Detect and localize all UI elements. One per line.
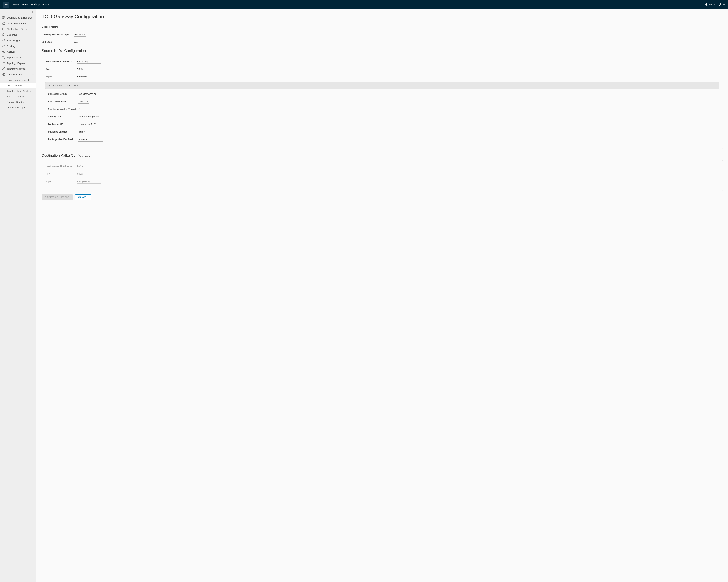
source-panel: Hostname or IP Address Port Topic Advanc… <box>42 56 723 149</box>
collector-name-label: Collector Name <box>42 26 74 28</box>
src-port-input[interactable] <box>77 67 101 71</box>
main-content: TCO-Gateway Configuration Collector Name… <box>36 9 728 582</box>
chevron-down-icon: ▾ <box>84 33 85 35</box>
chevron-down-icon: ▾ <box>84 131 85 133</box>
topo-icon <box>2 56 5 59</box>
gear-icon <box>2 73 5 76</box>
sidebar-item-label: Data Collector <box>7 84 34 87</box>
create-collector-button[interactable]: CREATE COLLECTOR <box>42 194 73 200</box>
sidebar-item-topology-service[interactable]: Topology Service <box>0 66 36 72</box>
sidebar-item-label: Notifications View <box>7 22 30 25</box>
stats-select[interactable]: true ▾ <box>78 130 86 134</box>
sidebar-item-notifications-summ-[interactable]: Notifications Summ… <box>0 26 36 32</box>
chevron-down-icon <box>48 84 50 87</box>
home-icon <box>2 22 5 25</box>
user-menu[interactable] <box>719 3 725 6</box>
svg-point-0 <box>720 3 721 4</box>
cg-label: Consumer Group <box>48 93 78 95</box>
zk-input[interactable] <box>78 122 103 127</box>
sidebar-item-label: Geo Map <box>7 33 30 36</box>
chevron-down-icon: ▾ <box>83 41 84 43</box>
header-left: vm VMware Telco Cloud Operations <box>3 1 50 7</box>
svg-rect-3 <box>3 18 4 19</box>
sidebar-collapse-button[interactable] <box>31 10 34 13</box>
dst-port-input[interactable] <box>77 172 101 176</box>
sidebar-subitem-profile-management[interactable]: Profile Management <box>0 77 36 83</box>
list-icon <box>2 61 5 64</box>
sidebar-item-topology-explorer[interactable]: Topology Explorer <box>0 60 36 66</box>
advanced-config-body: Consumer Group Auto Offset Reset latest … <box>46 92 719 141</box>
chevron-down-icon: ▾ <box>87 101 88 103</box>
pkg-label: Package Identifier field <box>48 138 78 141</box>
form-actions: CREATE COLLECTOR CANCEL <box>42 194 723 200</box>
log-level-select[interactable]: WARN ▾ <box>74 40 84 44</box>
moon-icon <box>705 3 708 6</box>
sidebar: Dashboards & ReportsNotifications ViewNo… <box>0 9 36 582</box>
gateway-proc-select[interactable]: rawdata ▾ <box>74 32 86 36</box>
sidebar-item-label: System Upgrade <box>7 95 34 98</box>
clock-icon <box>2 27 5 30</box>
chevron-right-icon <box>32 34 34 36</box>
link-icon <box>2 67 5 70</box>
theme-toggle[interactable]: DARK <box>705 3 716 6</box>
stats-label: Statistics Enabled <box>48 131 78 133</box>
aor-label: Auto Offset Reset <box>48 100 78 103</box>
sidebar-item-topology-map[interactable]: Topology Map <box>0 55 36 60</box>
sidebar-item-alerting[interactable]: Alerting <box>0 43 36 49</box>
sidebar-item-label: Topology Service <box>7 67 34 70</box>
sidebar-subitem-data-collector[interactable]: Data Collector <box>0 83 36 88</box>
sidebar-item-kpi-designer[interactable]: KPI Designer <box>0 37 36 43</box>
sidebar-item-analytics[interactable]: Analytics <box>0 49 36 55</box>
svg-point-7 <box>3 39 5 41</box>
src-host-input[interactable] <box>77 59 101 64</box>
sidebar-item-label: Topology Explorer <box>7 62 34 64</box>
svg-rect-4 <box>4 18 5 19</box>
aor-select[interactable]: latest ▾ <box>78 100 89 104</box>
sidebar-item-label: Topology Map <box>7 56 34 59</box>
cg-input[interactable] <box>78 92 103 96</box>
svg-rect-1 <box>3 17 4 18</box>
catalog-input[interactable] <box>78 115 103 119</box>
sidebar-item-geo-map[interactable]: Geo Map <box>0 32 36 37</box>
sidebar-subitem-gateway-mapper[interactable]: Gateway Mapper <box>0 105 36 110</box>
map-icon <box>2 33 5 36</box>
pkg-input[interactable] <box>78 137 103 141</box>
cancel-button[interactable]: CANCEL <box>75 194 91 200</box>
sidebar-subitem-support-bundle[interactable]: Support Bundle <box>0 99 36 105</box>
workers-input[interactable] <box>78 107 103 111</box>
sidebar-subitem-topology-map-configurat-[interactable]: Topology Map Configurat… <box>0 88 36 94</box>
page-title: TCO-Gateway Configuration <box>42 13 723 20</box>
sidebar-item-notifications-view[interactable]: Notifications View <box>0 21 36 26</box>
log-level-label: Log Level <box>42 41 74 44</box>
sidebar-item-dashboards-reports[interactable]: Dashboards & Reports <box>0 15 36 21</box>
dst-host-input[interactable] <box>77 164 101 168</box>
dst-host-label: Hostname or IP Address <box>46 165 77 168</box>
sidebar-item-label: Administration <box>7 73 30 76</box>
advanced-config-toggle[interactable]: Advanced Configuration <box>45 82 719 89</box>
app-title: VMware Telco Cloud Operations <box>11 3 50 6</box>
svg-point-21 <box>3 74 4 75</box>
dashboard-icon <box>2 16 5 19</box>
sidebar-item-label: Support Bundle <box>7 101 34 104</box>
sidebar-item-label: Profile Management <box>7 79 34 81</box>
header-right: DARK <box>705 3 725 6</box>
gateway-proc-label: Gateway Processor Type <box>42 33 74 36</box>
sidebar-item-label: Topology Map Configurat… <box>7 90 34 92</box>
dest-panel: Hostname or IP Address Port Topic <box>42 160 723 191</box>
sidebar-item-administration[interactable]: Administration <box>0 72 36 77</box>
user-icon <box>719 3 722 6</box>
collector-name-input[interactable] <box>74 25 98 29</box>
stats-value: true <box>79 130 83 133</box>
vmware-logo: vm <box>3 1 9 7</box>
log-level-value: WARN <box>74 40 81 44</box>
sidebar-subitem-system-upgrade[interactable]: System Upgrade <box>0 94 36 99</box>
src-host-label: Hostname or IP Address <box>46 60 77 63</box>
dst-port-label: Port <box>46 173 77 175</box>
app-header: vm VMware Telco Cloud Operations DARK <box>0 0 728 9</box>
chevron-down-icon <box>723 4 725 5</box>
gateway-proc-value: rawdata <box>74 33 83 36</box>
src-topic-input[interactable] <box>77 75 101 79</box>
eye-icon <box>2 50 5 53</box>
alert-icon <box>2 45 5 48</box>
dst-topic-input[interactable] <box>77 179 101 184</box>
